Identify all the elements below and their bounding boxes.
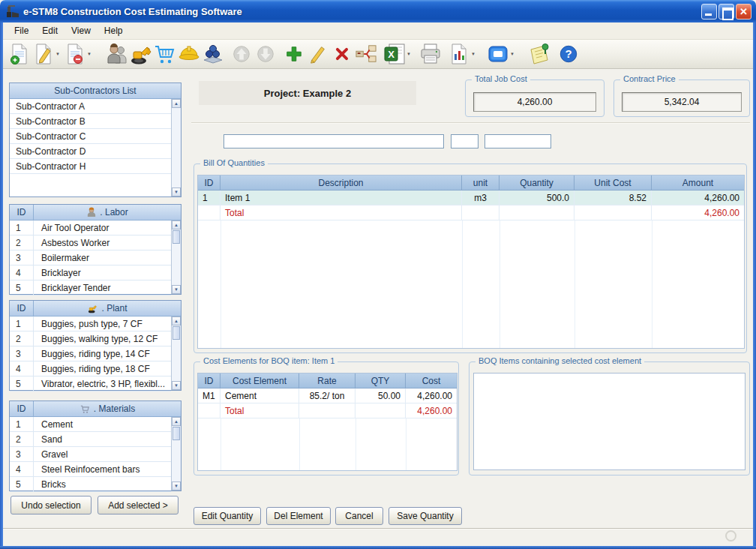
- cost-element-row[interactable]: M1 Cement 85.2/ ton 50.00 4,260.00: [198, 388, 457, 404]
- undo-selection-button[interactable]: Undo selection: [10, 496, 92, 514]
- print-icon[interactable]: [418, 41, 442, 67]
- scroll-down-icon[interactable]: [172, 188, 181, 196]
- app-icon: [6, 4, 20, 18]
- boq-col-quantity[interactable]: Quantity: [500, 176, 574, 190]
- labor-row[interactable]: 4Bricklayer: [10, 266, 171, 280]
- close-button[interactable]: [736, 4, 752, 20]
- boq-total-amount: 4,260.00: [652, 206, 744, 220]
- contract-price-group: Contract Price 5,342.04: [614, 80, 750, 117]
- labor-row[interactable]: 5Bricklayer Tender: [10, 280, 171, 296]
- del-element-button[interactable]: Del Element: [266, 507, 331, 525]
- material-row[interactable]: 2Sand: [10, 432, 171, 447]
- boq-col-unit[interactable]: unit: [462, 176, 500, 190]
- plant-row[interactable]: 3Buggies, riding type, 14 CF: [10, 346, 171, 362]
- maximize-button[interactable]: [718, 4, 734, 20]
- material-row[interactable]: 1Cement: [10, 417, 171, 432]
- menu-file[interactable]: File: [8, 23, 35, 38]
- other-costs-icon[interactable]: [201, 41, 225, 67]
- scroll-up-icon[interactable]: [172, 417, 181, 426]
- subcontractor-row[interactable]: Sub-Contractor C: [10, 129, 171, 144]
- subcontractor-row[interactable]: Sub-Contractor H: [10, 159, 171, 174]
- labor-row[interactable]: 2Asbestos Worker: [10, 236, 171, 250]
- materials-icon[interactable]: [153, 41, 177, 67]
- boq-col-description[interactable]: Description: [220, 176, 462, 190]
- material-row[interactable]: 4Steel Reinfocement bars: [10, 462, 171, 477]
- menu-edit[interactable]: Edit: [35, 23, 64, 38]
- delete-document-dropdown-icon[interactable]: ▼: [87, 52, 94, 56]
- notes-icon[interactable]: [528, 41, 552, 67]
- delete-x-icon[interactable]: [330, 41, 354, 67]
- help-icon[interactable]: ?: [556, 41, 580, 67]
- materials-scrollbar[interactable]: [171, 417, 181, 490]
- menu-view[interactable]: View: [64, 23, 98, 38]
- labor-scrollbar[interactable]: [171, 220, 181, 294]
- labor-id-header: ID: [10, 205, 34, 220]
- add-icon[interactable]: [282, 41, 306, 67]
- boq-row-selected[interactable]: 1 Item 1 m3 500.0 8.52 4,260.00: [198, 190, 744, 206]
- save-quantity-button[interactable]: Save Quantity: [388, 507, 462, 525]
- header-divider: [191, 122, 750, 124]
- labor-row[interactable]: 1Air Tool Operator: [10, 220, 171, 236]
- subcontractors-scrollbar[interactable]: [171, 99, 181, 196]
- cancel-button[interactable]: Cancel: [335, 507, 383, 525]
- subcontractor-hardhat-icon[interactable]: [177, 41, 201, 67]
- backup-icon[interactable]: [486, 41, 510, 67]
- materials-panel: ID . Materials 1Cement 2Sand 3Gravel 4St…: [9, 400, 182, 491]
- scroll-down-icon[interactable]: [172, 482, 181, 490]
- minimize-button[interactable]: [701, 4, 717, 20]
- edit-document-icon[interactable]: [32, 41, 56, 67]
- new-document-icon[interactable]: [8, 41, 32, 67]
- boq-col-unit-cost[interactable]: Unit Cost: [574, 176, 652, 190]
- ce-col-element[interactable]: Cost Element: [220, 374, 299, 388]
- excel-export-dropdown-icon[interactable]: ▼: [406, 52, 414, 56]
- plant-row[interactable]: 1Buggies, push type, 7 CF: [10, 316, 171, 332]
- subcontractors-header: Sub-Contractors List: [10, 83, 181, 99]
- boq-description-input[interactable]: [224, 134, 444, 148]
- edit-document-dropdown-icon[interactable]: ▼: [56, 52, 63, 56]
- labor-icon[interactable]: [105, 41, 129, 67]
- plant-icon[interactable]: [129, 41, 153, 67]
- scroll-thumb[interactable]: [172, 230, 180, 244]
- scroll-up-icon[interactable]: [172, 316, 181, 326]
- edit-quantity-button[interactable]: Edit Quantity: [194, 507, 261, 525]
- ce-col-id[interactable]: ID: [198, 374, 220, 388]
- menu-help[interactable]: Help: [98, 23, 130, 38]
- scroll-down-icon[interactable]: [172, 285, 181, 294]
- plant-header: ID . Plant: [10, 301, 181, 316]
- transfer-icon[interactable]: [354, 41, 378, 67]
- report-dropdown-icon[interactable]: ▼: [471, 52, 478, 56]
- cost-elements-total-row: Total 4,260.00: [198, 404, 457, 418]
- ce-col-cost[interactable]: Cost: [406, 374, 457, 388]
- ce-col-qty[interactable]: QTY: [356, 374, 406, 388]
- boq-items-listbox[interactable]: [473, 373, 746, 470]
- labor-row[interactable]: 3Boilermaker: [10, 250, 171, 266]
- subcontractor-row[interactable]: Sub-Contractor D: [10, 144, 171, 159]
- material-row[interactable]: 3Gravel: [10, 447, 171, 462]
- ce-col-rate[interactable]: Rate: [299, 374, 356, 388]
- subcontractor-row[interactable]: Sub-Contractor B: [10, 114, 171, 129]
- boq-col-amount[interactable]: Amount: [652, 176, 744, 190]
- edit-pencil-icon[interactable]: [306, 41, 330, 67]
- subcontractor-row[interactable]: Sub-Contractor A: [10, 99, 171, 114]
- add-selected-button[interactable]: Add selected >: [98, 496, 178, 514]
- report-icon[interactable]: [447, 41, 471, 67]
- plant-row[interactable]: 5Vibrator, electric, 3 HP, flexibl...: [10, 376, 171, 392]
- labor-icon: [86, 207, 97, 218]
- scroll-thumb[interactable]: [172, 326, 180, 340]
- material-row[interactable]: 5Bricks: [10, 477, 171, 492]
- plant-row[interactable]: 4Buggies, riding type, 18 CF: [10, 362, 171, 376]
- boq-unit-input[interactable]: [451, 134, 478, 148]
- backup-dropdown-icon[interactable]: ▼: [510, 52, 518, 56]
- contract-price-value: 5,342.04: [622, 92, 742, 112]
- scroll-up-icon[interactable]: [172, 220, 181, 230]
- scroll-thumb[interactable]: [172, 427, 180, 440]
- excel-export-icon[interactable]: X: [382, 41, 406, 67]
- scroll-up-icon[interactable]: [172, 99, 181, 108]
- plant-row[interactable]: 2Buggies, walking type, 12 CF: [10, 332, 171, 346]
- titlebar[interactable]: e-STM8 Construction Cost Estimating Soft…: [0, 0, 756, 22]
- plant-scrollbar[interactable]: [171, 316, 181, 390]
- boq-quantity-input[interactable]: [484, 134, 551, 148]
- boq-col-id[interactable]: ID: [198, 176, 220, 190]
- scroll-down-icon[interactable]: [172, 381, 181, 390]
- delete-document-icon[interactable]: [63, 41, 87, 67]
